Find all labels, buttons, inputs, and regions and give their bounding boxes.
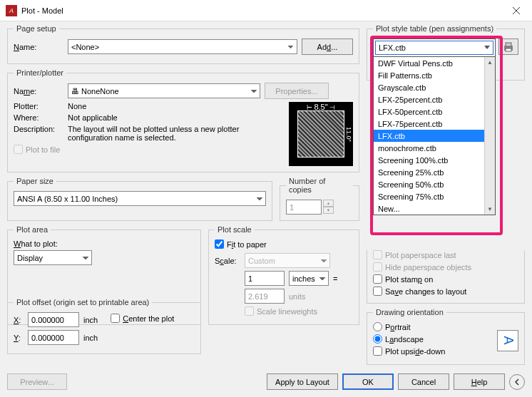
page-setup-name-select[interactable]: <None> [68, 39, 297, 54]
plot-style-option[interactable]: Grayscale.ctb [374, 81, 484, 93]
plotter-label: Plotter: [14, 102, 63, 110]
plot-style-dropdown[interactable]: LFX.ctb DWF Virtual Pens.ctbFill Pattern… [373, 38, 496, 215]
plot-style-option[interactable]: LFX-50percent.ctb [374, 105, 484, 118]
desc-label: Description: [14, 125, 63, 133]
orientation-group: Drawing orientation Portrait Landscape P… [367, 308, 525, 365]
what-to-plot-label: What to plot: [14, 239, 195, 248]
printer-group: Printer/plotter Name: 🖶 NoneNone Propert… [7, 68, 359, 172]
properties-button: Properties... [265, 83, 329, 99]
plotter-value: None [68, 102, 86, 110]
plot-offset-legend: Plot offset (origin set to printable are… [14, 298, 152, 306]
apply-to-layout-button[interactable]: Apply to Layout [267, 373, 338, 390]
plot-style-group: Plot style table (pen assignments) LFX.c… [367, 24, 525, 81]
copies-input [286, 200, 322, 215]
plot-style-legend: Plot style table (pen assignments) [373, 24, 496, 33]
scroll-down-icon[interactable]: ▼ [485, 204, 495, 215]
copies-legend: Number of copies [286, 177, 353, 194]
what-to-plot-select[interactable]: Display [14, 250, 92, 265]
plot-paperspace-last-check: Plot paperspace last [373, 250, 456, 259]
plot-stamp-check[interactable]: Plot stamp on [373, 274, 433, 284]
svg-rect-4 [506, 48, 511, 51]
copies-up: ▲ [323, 200, 334, 207]
plot-area-legend: Plot area [14, 225, 51, 234]
ok-button[interactable]: OK [342, 373, 394, 390]
plot-style-option[interactable]: Screening 50%.ctb [374, 178, 484, 190]
plot-style-option[interactable]: New... [374, 202, 484, 215]
scale-num-input[interactable] [245, 271, 285, 286]
help-button[interactable]: Help [454, 373, 505, 390]
printer-legend: Printer/plotter [14, 68, 66, 77]
plot-style-option[interactable]: monochrome.ctb [374, 142, 484, 154]
offset-y-label: Y: [14, 334, 24, 342]
plot-to-file-check: Plot to file [14, 145, 60, 154]
scale-units-select[interactable]: inches [289, 271, 329, 286]
scroll-up-icon[interactable]: ▲ [485, 57, 495, 68]
landscape-radio[interactable]: Landscape [373, 334, 424, 344]
close-button[interactable] [500, 0, 532, 21]
upside-down-check[interactable]: Plot upside-down [373, 346, 445, 356]
page-setup-legend: Page setup [14, 24, 59, 33]
app-icon: A [6, 5, 17, 16]
plot-style-option[interactable]: Screening 25%.ctb [374, 166, 484, 178]
printer-name-label: Name: [14, 87, 63, 96]
where-value: Not applicable [68, 113, 118, 122]
portrait-radio[interactable]: Portrait [373, 322, 410, 331]
close-icon [513, 7, 520, 14]
hide-paperspace-check: Hide paperspace objects [373, 262, 471, 272]
fit-to-paper-check[interactable]: Fit to paper [215, 239, 267, 249]
plot-style-option[interactable]: LFX-75percent.ctb [374, 118, 484, 130]
scale-lineweights-check: Scale lineweights [245, 306, 317, 316]
window-title: Plot - Model [21, 6, 500, 15]
paper-size-select[interactable]: ANSI A (8.50 x 11.00 Inches) [14, 191, 266, 206]
offset-x-unit: inch [83, 316, 98, 324]
where-label: Where: [14, 113, 63, 122]
offset-x-input[interactable] [28, 312, 79, 327]
plot-style-selected[interactable]: LFX.ctb [375, 41, 493, 55]
plot-options-partial: Plot paperspace last Hide paperspace obj… [367, 250, 525, 304]
center-plot-check[interactable]: Center the plot [111, 314, 174, 323]
add-button[interactable]: Add... [302, 38, 353, 55]
plot-scale-legend: Plot scale [215, 225, 255, 234]
plot-scale-group: Plot scale Fit to paper Scale:Custom inc… [208, 225, 359, 325]
orientation-legend: Drawing orientation [373, 308, 446, 316]
scale-label: Scale: [215, 257, 240, 265]
equals-label: = [333, 274, 337, 283]
plot-style-option[interactable]: Fill Patterns.ctb [374, 69, 484, 81]
units-label: units [289, 292, 305, 301]
scale-select: Custom [245, 253, 330, 268]
scale-denom-input [245, 289, 285, 304]
page-setup-name-label: Name: [14, 43, 63, 51]
expand-button[interactable] [509, 374, 525, 390]
cancel-button[interactable]: Cancel [398, 373, 449, 390]
offset-y-input[interactable] [28, 330, 79, 345]
paper-size-legend: Paper size [14, 177, 56, 185]
paper-size-group: Paper size ANSI A (8.50 x 11.00 Inches) [7, 177, 272, 221]
printer-icon [503, 42, 514, 52]
plot-style-option[interactable]: Screening 100%.ctb [374, 154, 484, 166]
save-changes-check[interactable]: Save changes to layout [373, 287, 466, 296]
orientation-preview: A [497, 330, 518, 351]
chevron-left-icon [513, 378, 521, 386]
preview-button: Preview... [7, 373, 67, 390]
titlebar: A Plot - Model [0, 0, 532, 21]
printer-name-select[interactable]: 🖶 NoneNone [68, 83, 260, 98]
plot-style-option[interactable]: Screening 75%.ctb [374, 190, 484, 202]
paper-preview: ⊢ 8.5" ⊣ 11.0" [289, 102, 353, 166]
page-setup-group: Page setup Name: <None> Add... [7, 24, 359, 64]
copies-down: ▼ [323, 207, 334, 214]
offset-y-unit: inch [83, 334, 98, 342]
preview-height: 11.0" [344, 102, 353, 166]
copies-group: Number of copies ▲ ▼ [280, 177, 359, 221]
plot-style-option[interactable]: DWF Virtual Pens.ctb [374, 57, 484, 69]
offset-x-label: X: [14, 316, 24, 324]
plot-offset-group: Plot offset (origin set to printable are… [7, 298, 201, 354]
svg-rect-3 [506, 43, 511, 46]
plot-style-option[interactable]: LFX-25percent.ctb [374, 93, 484, 105]
plot-style-option[interactable]: LFX.ctb [374, 130, 484, 142]
desc-value: The layout will not be plotted unless a … [68, 125, 285, 142]
